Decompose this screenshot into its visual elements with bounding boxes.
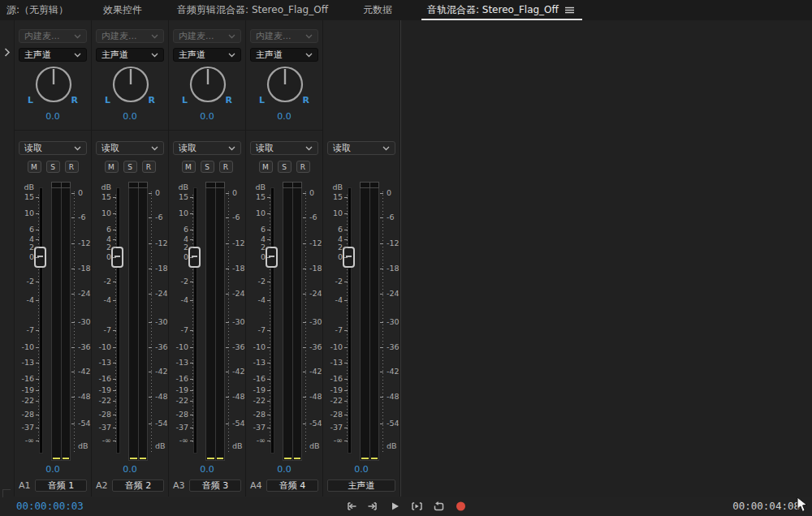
record-button[interactable]	[454, 500, 469, 513]
fader-scale-label: 15	[333, 193, 343, 201]
fader-level-value[interactable]: 0.0	[246, 464, 322, 475]
clip-indicator-left[interactable]	[361, 183, 369, 187]
tick-mark	[36, 401, 39, 402]
tick-mark	[190, 330, 193, 331]
tab-0[interactable]: 源:（无剪辑）	[6, 0, 68, 20]
track-id: A2	[96, 480, 112, 491]
fader-scale-label: -2	[27, 277, 34, 286]
track-name-box[interactable]: 主声道	[327, 479, 395, 492]
solo-button[interactable]: S	[278, 161, 292, 173]
pan-knob[interactable]: L R	[96, 63, 164, 110]
clip-indicator-left[interactable]	[206, 183, 215, 187]
fader-scale-label: -7	[181, 326, 188, 334]
track-name-box[interactable]: 音频 3	[189, 479, 241, 492]
pan-right-label: R	[303, 95, 309, 105]
pan-value[interactable]: 0.0	[96, 110, 164, 123]
tab-2[interactable]: 音频剪辑混合器: Stereo_Flag_Off	[177, 0, 328, 20]
record-arm-button[interactable]: R	[219, 161, 233, 173]
fader-scale-label: -28	[98, 411, 111, 419]
mute-button[interactable]: M	[28, 161, 41, 173]
input-select[interactable]: 内建麦...	[250, 29, 318, 43]
tick-mark	[36, 197, 39, 198]
msr-buttons: MSR	[246, 161, 322, 174]
fader-scale-label: 10	[179, 209, 188, 217]
mute-button[interactable]: M	[182, 161, 196, 173]
tick-mark	[267, 379, 270, 380]
clip-indicator-left[interactable]	[129, 183, 138, 187]
fader-level-value[interactable]: 0.0	[323, 464, 400, 475]
go-to-out-point-button[interactable]	[366, 500, 381, 513]
playhead-timecode[interactable]: 00:00:00:03	[16, 500, 84, 512]
track-name-box[interactable]: 音频 4	[266, 479, 318, 492]
pan-value[interactable]: 0.0	[173, 110, 241, 123]
pan-knob[interactable]: L R	[173, 63, 241, 110]
tab-1[interactable]: 效果控件	[103, 0, 142, 20]
tick-mark	[113, 197, 116, 198]
hamburger-menu-icon[interactable]	[564, 6, 575, 14]
tick-mark	[267, 197, 270, 198]
input-select[interactable]: 内建麦...	[19, 29, 87, 43]
clip-indicator-right[interactable]	[292, 183, 302, 187]
track-name-box[interactable]: 音频 1	[35, 479, 87, 492]
clip-indicator-right[interactable]	[61, 183, 71, 187]
chevron-right-icon[interactable]	[4, 48, 11, 57]
pan-knob[interactable]: L R	[19, 63, 87, 110]
fader-scale-label: 2	[29, 243, 34, 252]
tick-mark	[113, 415, 116, 415]
input-select[interactable]: 内建麦...	[173, 29, 241, 43]
fader-level-value[interactable]: 0.0	[169, 464, 245, 475]
mute-button[interactable]: M	[105, 161, 119, 173]
meter-scale-label: -30	[232, 318, 245, 326]
play-in-to-out-button[interactable]	[410, 500, 425, 513]
fader-scale-label: -7	[104, 326, 111, 334]
fader-scale-label: dB	[178, 183, 188, 191]
tick-mark	[149, 193, 152, 194]
pan-knob[interactable]: L R	[250, 63, 318, 110]
meter-scale-label: -6	[309, 213, 317, 221]
meter-scale-label: -12	[387, 239, 400, 247]
tick-mark	[149, 424, 152, 424]
solo-button[interactable]: S	[46, 161, 60, 173]
tab-label: 元数据	[363, 3, 392, 17]
tick-mark	[344, 441, 348, 441]
meter-scale-label: -12	[232, 239, 245, 247]
pan-knob-dial-icon	[188, 65, 227, 104]
go-to-in-point-button[interactable]	[344, 500, 359, 513]
tick-mark	[226, 372, 229, 372]
play-button[interactable]	[388, 500, 403, 513]
tab-3[interactable]: 元数据	[363, 0, 392, 20]
output-select[interactable]: 主声道	[173, 48, 241, 62]
record-arm-button[interactable]: R	[296, 161, 310, 173]
automation-mode-select[interactable]: 读取	[327, 141, 395, 155]
fader-scale-label: 0	[338, 253, 343, 261]
output-select[interactable]: 主声道	[19, 48, 87, 62]
automation-mode-select[interactable]: 读取	[173, 141, 241, 155]
automation-mode-select[interactable]: 读取	[19, 141, 87, 155]
record-arm-button[interactable]: R	[65, 161, 79, 173]
loop-playback-button[interactable]	[432, 500, 447, 513]
clip-indicator-right[interactable]	[369, 183, 379, 187]
clip-indicator-right[interactable]	[215, 183, 225, 187]
chevron-down-icon	[74, 146, 81, 151]
solo-button[interactable]: S	[201, 161, 214, 173]
output-select[interactable]: 主声道	[96, 48, 164, 62]
track-name-box[interactable]: 音频 2	[112, 479, 164, 492]
pan-value[interactable]: 0.0	[250, 110, 318, 123]
fader-level-value[interactable]: 0.0	[15, 464, 91, 475]
tab-4[interactable]: 音轨混合器: Stereo_Flag_Off	[427, 0, 575, 20]
clip-indicator-left[interactable]	[283, 183, 292, 187]
solo-button[interactable]: S	[123, 161, 137, 173]
record-arm-button[interactable]: R	[142, 161, 156, 173]
output-select[interactable]: 主声道	[250, 48, 318, 62]
clip-indicator-right[interactable]	[138, 183, 148, 187]
fader-scale-label: -4	[27, 296, 34, 304]
tick-mark	[113, 363, 116, 363]
automation-mode-select[interactable]: 读取	[250, 141, 318, 155]
pan-value[interactable]: 0.0	[19, 110, 87, 123]
mute-button[interactable]: M	[259, 161, 273, 173]
automation-mode-select[interactable]: 读取	[96, 141, 164, 155]
input-select[interactable]: 内建麦...	[96, 29, 164, 43]
fader-zone: dB15106420-2-4-7-10-13-16-19-22-28-37-∞0…	[169, 182, 245, 462]
clip-indicator-left[interactable]	[52, 183, 61, 187]
fader-level-value[interactable]: 0.0	[92, 464, 168, 475]
